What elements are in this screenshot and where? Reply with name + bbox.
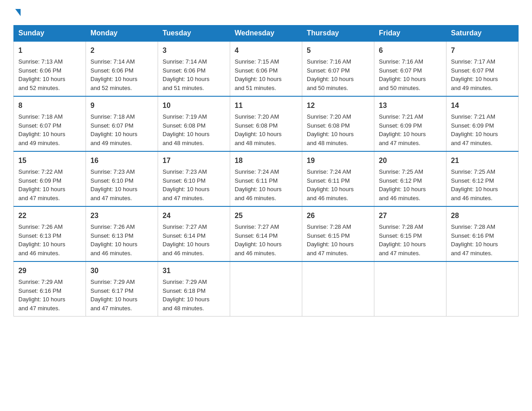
day-info: Sunrise: 7:21 AMSunset: 6:09 PMDaylight:… bbox=[379, 112, 442, 147]
day-number: 8 bbox=[18, 100, 81, 111]
day-info: Sunrise: 7:16 AMSunset: 6:07 PMDaylight:… bbox=[307, 57, 369, 92]
calendar-cell bbox=[374, 261, 446, 317]
day-info: Sunrise: 7:23 AMSunset: 6:10 PMDaylight:… bbox=[163, 167, 225, 202]
day-number: 24 bbox=[163, 210, 225, 221]
day-info: Sunrise: 7:23 AMSunset: 6:10 PMDaylight:… bbox=[90, 167, 153, 202]
day-number: 25 bbox=[235, 210, 297, 221]
day-number: 17 bbox=[163, 155, 225, 166]
calendar-cell: 31Sunrise: 7:29 AMSunset: 6:18 PMDayligh… bbox=[158, 261, 230, 317]
header-wednesday: Wednesday bbox=[230, 26, 302, 42]
calendar-cell bbox=[446, 261, 519, 317]
calendar-header-row: SundayMondayTuesdayWednesdayThursdayFrid… bbox=[14, 26, 519, 42]
day-number: 5 bbox=[307, 45, 369, 56]
day-info: Sunrise: 7:21 AMSunset: 6:09 PMDaylight:… bbox=[451, 112, 514, 147]
day-info: Sunrise: 7:25 AMSunset: 6:12 PMDaylight:… bbox=[379, 167, 442, 202]
calendar-table: SundayMondayTuesdayWednesdayThursdayFrid… bbox=[13, 25, 519, 317]
day-number: 4 bbox=[235, 45, 297, 56]
day-info: Sunrise: 7:20 AMSunset: 6:08 PMDaylight:… bbox=[235, 112, 297, 147]
day-number: 1 bbox=[18, 45, 81, 56]
calendar-week-row: 1Sunrise: 7:13 AMSunset: 6:06 PMDaylight… bbox=[14, 41, 519, 96]
header-friday: Friday bbox=[374, 26, 446, 42]
calendar-cell: 30Sunrise: 7:29 AMSunset: 6:17 PMDayligh… bbox=[86, 261, 158, 317]
calendar-cell: 5Sunrise: 7:16 AMSunset: 6:07 PMDaylight… bbox=[302, 41, 374, 96]
calendar-cell: 8Sunrise: 7:18 AMSunset: 6:07 PMDaylight… bbox=[14, 96, 86, 151]
calendar-week-row: 22Sunrise: 7:26 AMSunset: 6:13 PMDayligh… bbox=[14, 206, 519, 261]
day-info: Sunrise: 7:20 AMSunset: 6:08 PMDaylight:… bbox=[307, 112, 369, 147]
day-number: 23 bbox=[90, 210, 153, 221]
calendar-cell: 4Sunrise: 7:15 AMSunset: 6:06 PMDaylight… bbox=[230, 41, 302, 96]
day-number: 16 bbox=[90, 155, 153, 166]
calendar-cell: 2Sunrise: 7:14 AMSunset: 6:06 PMDaylight… bbox=[86, 41, 158, 96]
calendar-cell: 1Sunrise: 7:13 AMSunset: 6:06 PMDaylight… bbox=[14, 41, 86, 96]
day-number: 29 bbox=[18, 265, 81, 276]
calendar-cell: 20Sunrise: 7:25 AMSunset: 6:12 PMDayligh… bbox=[374, 151, 446, 206]
day-info: Sunrise: 7:14 AMSunset: 6:06 PMDaylight:… bbox=[163, 57, 225, 92]
header-thursday: Thursday bbox=[302, 26, 374, 42]
day-number: 18 bbox=[235, 155, 297, 166]
calendar-cell: 29Sunrise: 7:29 AMSunset: 6:16 PMDayligh… bbox=[14, 261, 86, 317]
calendar-cell: 21Sunrise: 7:25 AMSunset: 6:12 PMDayligh… bbox=[446, 151, 519, 206]
calendar-cell: 28Sunrise: 7:28 AMSunset: 6:16 PMDayligh… bbox=[446, 206, 519, 261]
day-info: Sunrise: 7:19 AMSunset: 6:08 PMDaylight:… bbox=[163, 112, 225, 147]
day-info: Sunrise: 7:27 AMSunset: 6:14 PMDaylight:… bbox=[235, 223, 297, 257]
day-info: Sunrise: 7:26 AMSunset: 6:13 PMDaylight:… bbox=[18, 223, 81, 257]
calendar-cell: 22Sunrise: 7:26 AMSunset: 6:13 PMDayligh… bbox=[14, 206, 86, 261]
calendar-cell: 6Sunrise: 7:16 AMSunset: 6:07 PMDaylight… bbox=[374, 41, 446, 96]
day-number: 10 bbox=[163, 100, 225, 111]
day-info: Sunrise: 7:15 AMSunset: 6:06 PMDaylight:… bbox=[235, 57, 297, 92]
header-sunday: Sunday bbox=[14, 26, 86, 42]
day-number: 9 bbox=[90, 100, 153, 111]
calendar-cell: 9Sunrise: 7:18 AMSunset: 6:07 PMDaylight… bbox=[86, 96, 158, 151]
day-info: Sunrise: 7:22 AMSunset: 6:09 PMDaylight:… bbox=[18, 167, 81, 202]
day-number: 19 bbox=[307, 155, 369, 166]
header-monday: Monday bbox=[86, 26, 158, 42]
calendar-cell bbox=[302, 261, 374, 317]
calendar-cell: 13Sunrise: 7:21 AMSunset: 6:09 PMDayligh… bbox=[374, 96, 446, 151]
calendar-cell: 24Sunrise: 7:27 AMSunset: 6:14 PMDayligh… bbox=[158, 206, 230, 261]
day-number: 22 bbox=[18, 210, 81, 221]
header-tuesday: Tuesday bbox=[158, 26, 230, 42]
day-info: Sunrise: 7:26 AMSunset: 6:13 PMDaylight:… bbox=[90, 223, 153, 257]
calendar-cell: 10Sunrise: 7:19 AMSunset: 6:08 PMDayligh… bbox=[158, 96, 230, 151]
calendar-week-row: 8Sunrise: 7:18 AMSunset: 6:07 PMDaylight… bbox=[14, 96, 519, 151]
day-info: Sunrise: 7:25 AMSunset: 6:12 PMDaylight:… bbox=[451, 167, 514, 202]
day-info: Sunrise: 7:28 AMSunset: 6:15 PMDaylight:… bbox=[379, 223, 442, 257]
day-info: Sunrise: 7:17 AMSunset: 6:07 PMDaylight:… bbox=[451, 57, 514, 92]
calendar-cell: 15Sunrise: 7:22 AMSunset: 6:09 PMDayligh… bbox=[14, 151, 86, 206]
day-number: 27 bbox=[379, 210, 442, 221]
calendar-cell: 14Sunrise: 7:21 AMSunset: 6:09 PMDayligh… bbox=[446, 96, 519, 151]
day-number: 15 bbox=[18, 155, 81, 166]
day-number: 3 bbox=[163, 45, 225, 56]
day-number: 6 bbox=[379, 45, 442, 56]
day-info: Sunrise: 7:14 AMSunset: 6:06 PMDaylight:… bbox=[90, 57, 153, 92]
day-number: 13 bbox=[379, 100, 442, 111]
logo bbox=[13, 9, 21, 16]
day-info: Sunrise: 7:29 AMSunset: 6:18 PMDaylight:… bbox=[163, 278, 225, 313]
calendar-cell: 25Sunrise: 7:27 AMSunset: 6:14 PMDayligh… bbox=[230, 206, 302, 261]
day-number: 11 bbox=[235, 100, 297, 111]
calendar-cell: 26Sunrise: 7:28 AMSunset: 6:15 PMDayligh… bbox=[302, 206, 374, 261]
day-number: 26 bbox=[307, 210, 369, 221]
day-info: Sunrise: 7:18 AMSunset: 6:07 PMDaylight:… bbox=[90, 112, 153, 147]
day-info: Sunrise: 7:28 AMSunset: 6:15 PMDaylight:… bbox=[307, 223, 369, 257]
calendar-cell: 11Sunrise: 7:20 AMSunset: 6:08 PMDayligh… bbox=[230, 96, 302, 151]
calendar-week-row: 29Sunrise: 7:29 AMSunset: 6:16 PMDayligh… bbox=[14, 261, 519, 317]
calendar-cell bbox=[230, 261, 302, 317]
day-info: Sunrise: 7:29 AMSunset: 6:17 PMDaylight:… bbox=[90, 278, 153, 313]
day-number: 12 bbox=[307, 100, 369, 111]
page-header bbox=[13, 9, 519, 16]
day-number: 7 bbox=[451, 45, 514, 56]
day-number: 14 bbox=[451, 100, 514, 111]
calendar-cell: 7Sunrise: 7:17 AMSunset: 6:07 PMDaylight… bbox=[446, 41, 519, 96]
calendar-cell: 23Sunrise: 7:26 AMSunset: 6:13 PMDayligh… bbox=[86, 206, 158, 261]
calendar-cell: 3Sunrise: 7:14 AMSunset: 6:06 PMDaylight… bbox=[158, 41, 230, 96]
calendar-cell: 19Sunrise: 7:24 AMSunset: 6:11 PMDayligh… bbox=[302, 151, 374, 206]
calendar-week-row: 15Sunrise: 7:22 AMSunset: 6:09 PMDayligh… bbox=[14, 151, 519, 206]
day-number: 21 bbox=[451, 155, 514, 166]
day-info: Sunrise: 7:27 AMSunset: 6:14 PMDaylight:… bbox=[163, 223, 225, 257]
calendar-cell: 16Sunrise: 7:23 AMSunset: 6:10 PMDayligh… bbox=[86, 151, 158, 206]
day-number: 31 bbox=[163, 265, 225, 276]
calendar-cell: 27Sunrise: 7:28 AMSunset: 6:15 PMDayligh… bbox=[374, 206, 446, 261]
calendar-cell: 17Sunrise: 7:23 AMSunset: 6:10 PMDayligh… bbox=[158, 151, 230, 206]
calendar-cell: 12Sunrise: 7:20 AMSunset: 6:08 PMDayligh… bbox=[302, 96, 374, 151]
